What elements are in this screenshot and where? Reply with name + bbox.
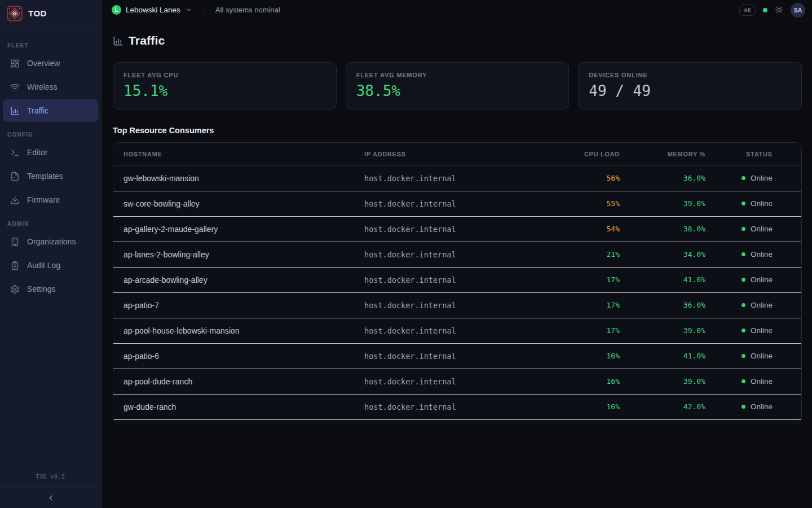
sidebar-item-label: Firmware bbox=[27, 195, 60, 204]
dashboard-grid-icon bbox=[10, 59, 20, 68]
page-content: Traffic FLEET AVG CPU 15.1% FLEET AVG ME… bbox=[102, 20, 812, 508]
table-row[interactable]: ap-arcade-bowling-alley host.docker.inte… bbox=[113, 267, 801, 292]
status-text: Online bbox=[751, 250, 773, 259]
stat-card-fleet-avg-cpu: FLEET AVG CPU 15.1% bbox=[113, 62, 337, 110]
status-badge: Online bbox=[742, 225, 801, 233]
download-icon bbox=[10, 195, 20, 205]
table-section-title: Top Resource Consumers bbox=[113, 126, 802, 135]
bar-chart-icon bbox=[113, 36, 123, 46]
status-text: Online bbox=[751, 174, 773, 182]
sidebar-item-firmware[interactable]: Firmware bbox=[3, 189, 98, 211]
column-header-status: STATUS bbox=[705, 143, 801, 165]
column-header-cpu-load: CPU LOAD bbox=[550, 143, 620, 165]
status-cell: Online bbox=[705, 216, 801, 242]
app-logo-row: TOD bbox=[0, 0, 101, 27]
sidebar-item-label: Settings bbox=[27, 284, 56, 294]
table-row[interactable]: sw-core-bowling-alley host.docker.intern… bbox=[113, 191, 801, 216]
hostname-cell: ap-pool-house-lebowski-mansion bbox=[113, 318, 364, 343]
status-dot-icon bbox=[742, 252, 745, 256]
sidebar-item-settings[interactable]: Settings bbox=[3, 278, 98, 300]
cpu-load-cell: 56% bbox=[550, 165, 620, 191]
status-text: Online bbox=[751, 352, 773, 360]
status-text: Online bbox=[751, 402, 773, 411]
org-switcher[interactable]: L Lebowski Lanes bbox=[112, 5, 192, 15]
table-row[interactable]: ap-pool-house-lebowski-mansion host.dock… bbox=[113, 318, 801, 343]
status-dot-icon bbox=[742, 354, 745, 358]
ip-address-cell: host.docker.internal bbox=[364, 343, 550, 369]
memory-cell: 34.0% bbox=[620, 242, 705, 267]
table-row[interactable]: ap-pool-dude-ranch host.docker.internal … bbox=[113, 369, 801, 394]
clipboard-list-icon bbox=[10, 261, 20, 270]
sidebar: TOD FLEET Overview Wireless Traffic CONF… bbox=[0, 0, 102, 508]
file-icon bbox=[10, 172, 20, 181]
hostname-cell: ap-gallery-2-maude-gallery bbox=[113, 216, 364, 242]
sidebar-item-label: Audit Log bbox=[27, 261, 60, 270]
sidebar-item-label: Overview bbox=[27, 59, 60, 68]
status-cell: Online bbox=[705, 242, 801, 267]
sidebar-item-traffic[interactable]: Traffic bbox=[3, 99, 98, 122]
sidebar-item-audit-log[interactable]: Audit Log bbox=[3, 254, 98, 277]
cpu-load-cell: 16% bbox=[550, 343, 620, 369]
user-avatar[interactable]: SA bbox=[791, 3, 805, 17]
bar-chart-icon bbox=[10, 106, 20, 116]
ip-address-cell: host.docker.internal bbox=[364, 394, 550, 419]
system-status-text: All systems nominal bbox=[215, 6, 280, 14]
table-row[interactable]: ap-lanes-2-bowling-alley host.docker.int… bbox=[113, 242, 801, 267]
memory-cell: 39.0% bbox=[620, 318, 705, 343]
table-row[interactable]: ap-gallery-2-maude-gallery host.docker.i… bbox=[113, 216, 801, 242]
table-row[interactable]: ap-patio-6 host.docker.internal 16% 41.0… bbox=[113, 343, 801, 369]
hostname-cell: gw-dude-ranch bbox=[113, 394, 364, 419]
cpu-load-cell: 21% bbox=[550, 242, 620, 267]
hostname-cell: ap-arcade-bowling-alley bbox=[113, 267, 364, 292]
memory-cell: 41.0% bbox=[620, 267, 705, 292]
status-dot-icon bbox=[742, 227, 745, 231]
sidebar-item-label: Traffic bbox=[27, 106, 48, 115]
status-cell: Online bbox=[705, 318, 801, 343]
sidebar-item-templates[interactable]: Templates bbox=[3, 165, 98, 187]
stat-card-fleet-avg-memory: FLEET AVG MEMORY 38.5% bbox=[346, 62, 570, 110]
status-text: Online bbox=[751, 301, 773, 309]
status-cell: Online bbox=[705, 191, 801, 216]
status-text: Online bbox=[751, 326, 773, 335]
sidebar-item-label: Wireless bbox=[27, 82, 58, 91]
command-palette-shortcut[interactable]: ⌘K bbox=[739, 5, 756, 16]
status-text: Online bbox=[751, 377, 773, 386]
sidebar-collapse-button[interactable] bbox=[0, 487, 101, 508]
main-area: L Lebowski Lanes All systems nominal ⌘K … bbox=[102, 0, 812, 508]
wifi-icon bbox=[10, 82, 20, 92]
status-badge: Online bbox=[742, 250, 801, 259]
stat-value: 15.1% bbox=[123, 82, 326, 99]
sidebar-item-overview[interactable]: Overview bbox=[3, 52, 98, 75]
sidebar-item-organizations[interactable]: Organizations bbox=[3, 230, 98, 253]
hostname-cell: ap-lanes-2-bowling-alley bbox=[113, 242, 364, 267]
status-cell: Online bbox=[705, 394, 801, 419]
building-icon bbox=[10, 237, 20, 247]
table-row[interactable]: gw-dude-ranch host.docker.internal 16% 4… bbox=[113, 394, 801, 419]
cpu-load-cell: 17% bbox=[550, 318, 620, 343]
nav-section-admin: ADMIN bbox=[0, 221, 101, 227]
hostname-cell: sw-core-bowling-alley bbox=[113, 191, 364, 216]
memory-cell: 41.0% bbox=[620, 343, 705, 369]
terminal-icon bbox=[10, 148, 20, 157]
status-cell: Online bbox=[705, 292, 801, 318]
sidebar-nav: FLEET Overview Wireless Traffic CONFIG E… bbox=[0, 27, 101, 469]
cpu-load-cell: 54% bbox=[550, 216, 620, 242]
sidebar-item-wireless[interactable]: Wireless bbox=[3, 76, 98, 98]
table-row[interactable]: ap-patio-7 host.docker.internal 17% 36.0… bbox=[113, 292, 801, 318]
topbar: L Lebowski Lanes All systems nominal ⌘K … bbox=[102, 0, 812, 20]
org-name: Lebowski Lanes bbox=[126, 6, 180, 14]
theme-toggle-button[interactable] bbox=[775, 6, 783, 14]
topbar-right: ⌘K SA bbox=[739, 3, 805, 17]
page-title-row: Traffic bbox=[113, 34, 802, 47]
nav-section-config: CONFIG bbox=[0, 132, 101, 138]
memory-cell: 38.0% bbox=[620, 216, 705, 242]
status-badge: Online bbox=[742, 377, 801, 386]
memory-cell: 39.0% bbox=[620, 191, 705, 216]
cpu-load-cell: 17% bbox=[550, 267, 620, 292]
status-dot-icon bbox=[742, 176, 745, 180]
sidebar-item-label: Organizations bbox=[27, 237, 76, 246]
table-row[interactable]: gw-lebowski-mansion host.docker.internal… bbox=[113, 165, 801, 191]
status-badge: Online bbox=[742, 326, 801, 335]
sidebar-item-editor[interactable]: Editor bbox=[3, 141, 98, 164]
ip-address-cell: host.docker.internal bbox=[364, 267, 550, 292]
